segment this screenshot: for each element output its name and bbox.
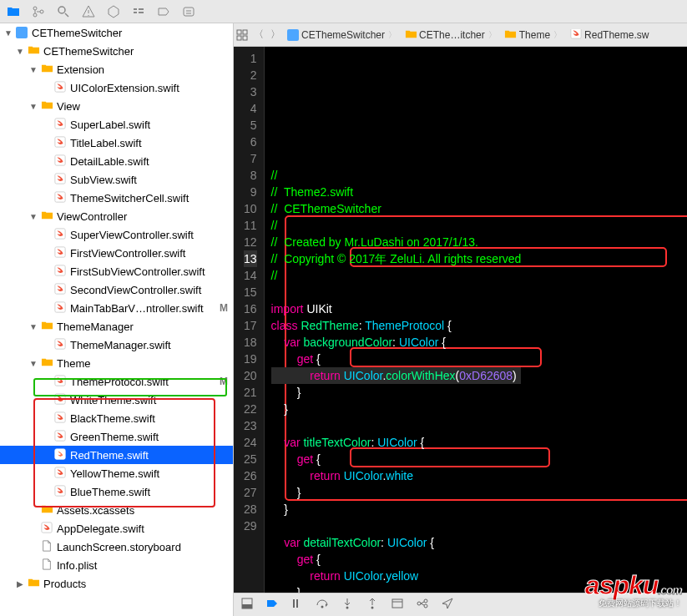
code-line[interactable]: // — [271, 267, 522, 284]
line-number[interactable]: 1 — [244, 50, 257, 67]
tree-row[interactable]: ThemeSwitcherCell.swift — [0, 189, 233, 207]
line-number[interactable]: 14 — [244, 267, 257, 284]
line-number[interactable]: 21 — [244, 384, 257, 401]
line-number[interactable]: 23 — [244, 417, 257, 434]
code-line[interactable]: // Copyright © 2017年 ZeluLi. All rights … — [271, 250, 522, 267]
code-line[interactable]: var detailTextColor: UIColor { — [271, 534, 522, 551]
issues-icon[interactable] — [82, 5, 95, 18]
step-over-icon[interactable] — [316, 597, 329, 613]
forward-icon[interactable]: 〉 — [267, 28, 284, 42]
tree-row[interactable]: Extension — [0, 60, 233, 78]
disclosure-triangle[interactable] — [15, 47, 25, 56]
tree-row[interactable]: BlackTheme.swift — [0, 409, 233, 427]
line-number[interactable]: 13 — [244, 250, 257, 267]
tree-row[interactable]: ThemeProtocol.swiftM — [0, 372, 233, 391]
code-line[interactable]: } — [271, 401, 522, 417]
code-line[interactable]: } — [271, 501, 522, 518]
line-number[interactable]: 5 — [244, 117, 257, 134]
location-icon[interactable] — [441, 597, 454, 613]
disclosure-triangle[interactable] — [28, 102, 38, 111]
line-number[interactable]: 9 — [244, 184, 257, 200]
tree-row[interactable]: MainTabBarV…ntroller.swiftM — [0, 299, 233, 317]
tree-row[interactable]: Info.plist — [0, 556, 233, 574]
disclosure-triangle[interactable] — [28, 212, 38, 221]
tree-row[interactable]: Products — [0, 574, 233, 593]
memory-graph-icon[interactable] — [416, 597, 429, 613]
code-line[interactable]: return UIColor.colorWithHex(0xD62608) — [271, 367, 522, 384]
line-number[interactable]: 28 — [244, 501, 257, 518]
code-line[interactable]: var titleTextColor: UIColor { — [271, 434, 522, 451]
code-line[interactable]: } — [271, 584, 522, 593]
continue-icon[interactable] — [290, 597, 304, 613]
source-control-icon[interactable] — [32, 5, 45, 18]
breadcrumb-segment[interactable]: CEThe…itcher〉 — [402, 29, 502, 41]
tree-row[interactable]: View — [0, 97, 233, 115]
breadcrumb-segment[interactable]: CEThemeSwitcher〉 — [284, 29, 402, 41]
line-number[interactable]: 19 — [244, 351, 257, 367]
related-items-icon[interactable] — [234, 29, 250, 41]
tree-row[interactable]: GreenTheme.swift — [0, 427, 233, 446]
line-number[interactable]: 12 — [244, 234, 257, 250]
tree-row[interactable]: CEThemeSwitcher — [0, 23, 233, 42]
code-line[interactable]: get { — [271, 551, 522, 568]
line-number[interactable]: 27 — [244, 484, 257, 501]
code-line[interactable]: var backgroundColor: UIColor { — [271, 334, 522, 351]
tree-row[interactable]: CEThemeSwitcher — [0, 42, 233, 60]
tests-icon[interactable] — [107, 5, 120, 18]
toggle-debug-icon[interactable] — [240, 597, 254, 613]
project-navigator[interactable]: CEThemeSwitcherCEThemeSwitcherExtensionU… — [0, 23, 234, 616]
tree-row[interactable]: FirstSubViewController.swift — [0, 262, 233, 280]
disclosure-triangle[interactable] — [28, 359, 38, 368]
folder-nav-icon[interactable] — [7, 5, 20, 18]
tree-row[interactable]: RedTheme.swift — [0, 446, 233, 464]
code-line[interactable]: get { — [271, 451, 522, 467]
step-into-icon[interactable] — [341, 597, 354, 613]
tree-row[interactable]: FirstViewController.swift — [0, 244, 233, 262]
code-line[interactable]: } — [271, 484, 522, 501]
line-number[interactable]: 7 — [244, 150, 257, 167]
tree-row[interactable]: UIColorExtension.swift — [0, 78, 233, 97]
line-number[interactable]: 22 — [244, 401, 257, 417]
tree-row[interactable]: ThemeManager — [0, 317, 233, 336]
code-line[interactable]: } — [271, 384, 522, 401]
code-line[interactable]: // — [271, 217, 522, 234]
code-line[interactable]: // CEThemeSwitcher — [271, 200, 522, 217]
line-number[interactable]: 3 — [244, 83, 257, 100]
line-number[interactable]: 24 — [244, 434, 257, 451]
breadcrumb-segment[interactable]: Theme〉 — [502, 29, 567, 41]
disclosure-triangle[interactable] — [15, 579, 25, 588]
tree-row[interactable]: BlueTheme.swift — [0, 482, 233, 501]
breakpoint-toggle-icon[interactable] — [265, 597, 279, 613]
code-line[interactable]: // Created by Mr.LuDashi on 2017/1/13. — [271, 234, 522, 250]
code-line[interactable]: // — [271, 167, 522, 184]
code-line[interactable] — [271, 284, 522, 300]
tree-row[interactable]: SecondViewController.swift — [0, 280, 233, 299]
code-line[interactable]: // Theme2.swift — [271, 184, 522, 200]
code-content[interactable]: //// Theme2.swift// CEThemeSwitcher//// … — [265, 47, 528, 593]
line-number[interactable]: 11 — [244, 217, 257, 234]
line-number[interactable]: 2 — [244, 67, 257, 83]
tree-row[interactable]: SuperViewController.swift — [0, 225, 233, 244]
breakpoints-icon[interactable] — [157, 5, 170, 18]
code-line[interactable] — [271, 417, 522, 434]
tree-row[interactable]: Assets.xcassets — [0, 501, 233, 519]
reports-icon[interactable] — [182, 5, 195, 18]
line-number[interactable]: 20 — [244, 367, 257, 384]
code-line[interactable] — [271, 518, 522, 534]
line-number[interactable]: 10 — [244, 200, 257, 217]
view-debug-icon[interactable] — [391, 597, 404, 613]
breadcrumb-segment[interactable]: RedTheme.sw — [567, 29, 652, 41]
tree-row[interactable]: TitleLabel.swift — [0, 134, 233, 152]
disclosure-triangle[interactable] — [28, 65, 38, 74]
tree-row[interactable]: YellowTheme.swift — [0, 464, 233, 482]
line-number[interactable]: 15 — [244, 284, 257, 300]
code-line[interactable]: get { — [271, 351, 522, 367]
tree-row[interactable]: DetailLable.swift — [0, 152, 233, 170]
search-icon[interactable] — [57, 5, 70, 18]
code-editor[interactable]: 1234567891011121314151617181920212223242… — [234, 47, 687, 593]
line-number[interactable]: 16 — [244, 300, 257, 317]
tree-row[interactable]: SubView.swift — [0, 170, 233, 189]
line-number[interactable]: 26 — [244, 467, 257, 484]
disclosure-triangle[interactable] — [28, 322, 38, 331]
code-line[interactable]: class RedTheme: ThemeProtocol { — [271, 317, 522, 334]
